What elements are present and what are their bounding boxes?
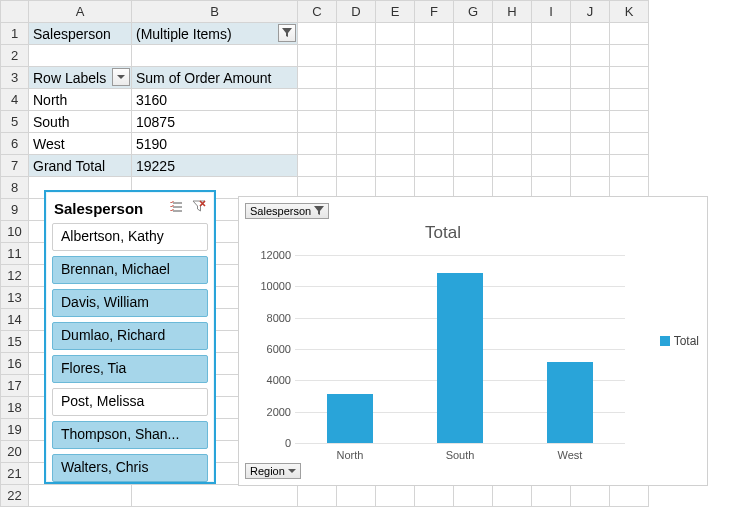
row-header-20[interactable]: 20	[1, 441, 29, 463]
cell-C22[interactable]	[298, 485, 337, 507]
cell-J6[interactable]	[571, 133, 610, 155]
cell-E6[interactable]	[376, 133, 415, 155]
cell-B4[interactable]: 3160	[132, 89, 298, 111]
cell-E3[interactable]	[376, 67, 415, 89]
cell-J2[interactable]	[571, 45, 610, 67]
chart-filter-button-salesperson[interactable]: Salesperson	[245, 203, 329, 219]
cell-G3[interactable]	[454, 67, 493, 89]
row-header-12[interactable]: 12	[1, 265, 29, 287]
rowlabels-dropdown-icon[interactable]	[112, 68, 130, 86]
column-header-G[interactable]: G	[454, 1, 493, 23]
cell-D5[interactable]	[337, 111, 376, 133]
slicer-item-4[interactable]: Flores, Tia	[52, 355, 208, 383]
cell-F22[interactable]	[415, 485, 454, 507]
cell-A22[interactable]	[29, 485, 132, 507]
row-header-9[interactable]: 9	[1, 199, 29, 221]
multi-select-icon[interactable]	[170, 200, 186, 217]
cell-H2[interactable]	[493, 45, 532, 67]
cell-A4[interactable]: North	[29, 89, 132, 111]
cell-C1[interactable]	[298, 23, 337, 45]
cell-D4[interactable]	[337, 89, 376, 111]
cell-G1[interactable]	[454, 23, 493, 45]
cell-C5[interactable]	[298, 111, 337, 133]
cell-B1[interactable]: (Multiple Items)	[132, 23, 298, 45]
cell-B2[interactable]	[132, 45, 298, 67]
cell-I6[interactable]	[532, 133, 571, 155]
cell-C2[interactable]	[298, 45, 337, 67]
cell-F6[interactable]	[415, 133, 454, 155]
cell-K7[interactable]	[610, 155, 649, 177]
slicer-item-2[interactable]: Davis, William	[52, 289, 208, 317]
column-header-I[interactable]: I	[532, 1, 571, 23]
cell-D1[interactable]	[337, 23, 376, 45]
cell-A7[interactable]: Grand Total	[29, 155, 132, 177]
filter-dropdown-icon[interactable]	[278, 24, 296, 42]
cell-I1[interactable]	[532, 23, 571, 45]
slicer-salesperson[interactable]: Salesperson Albertson, KathyBrennan, Mic…	[44, 190, 216, 484]
cell-F7[interactable]	[415, 155, 454, 177]
row-header-8[interactable]: 8	[1, 177, 29, 199]
cell-D7[interactable]	[337, 155, 376, 177]
column-header-H[interactable]: H	[493, 1, 532, 23]
column-header-B[interactable]: B	[132, 1, 298, 23]
column-header-E[interactable]: E	[376, 1, 415, 23]
cell-A5[interactable]: South	[29, 111, 132, 133]
slicer-item-1[interactable]: Brennan, Michael	[52, 256, 208, 284]
row-header-15[interactable]: 15	[1, 331, 29, 353]
cell-H3[interactable]	[493, 67, 532, 89]
cell-G22[interactable]	[454, 485, 493, 507]
row-header-1[interactable]: 1	[1, 23, 29, 45]
cell-F3[interactable]	[415, 67, 454, 89]
cell-E7[interactable]	[376, 155, 415, 177]
cell-J1[interactable]	[571, 23, 610, 45]
row-header-21[interactable]: 21	[1, 463, 29, 485]
cell-B7[interactable]: 19225	[132, 155, 298, 177]
cell-B22[interactable]	[132, 485, 298, 507]
cell-A2[interactable]	[29, 45, 132, 67]
column-header-K[interactable]: K	[610, 1, 649, 23]
bar-south[interactable]	[437, 273, 483, 443]
column-header-D[interactable]: D	[337, 1, 376, 23]
cell-H22[interactable]	[493, 485, 532, 507]
cell-C6[interactable]	[298, 133, 337, 155]
cell-F5[interactable]	[415, 111, 454, 133]
cell-I22[interactable]	[532, 485, 571, 507]
cell-D3[interactable]	[337, 67, 376, 89]
bar-north[interactable]	[327, 394, 373, 444]
bar-west[interactable]	[547, 362, 593, 443]
cell-G6[interactable]	[454, 133, 493, 155]
cell-D2[interactable]	[337, 45, 376, 67]
cell-A1[interactable]: Salesperson	[29, 23, 132, 45]
row-header-17[interactable]: 17	[1, 375, 29, 397]
cell-J5[interactable]	[571, 111, 610, 133]
cell-C3[interactable]	[298, 67, 337, 89]
cell-B5[interactable]: 10875	[132, 111, 298, 133]
row-header-22[interactable]: 22	[1, 485, 29, 507]
pivot-chart[interactable]: Salesperson Total 0200040006000800010000…	[238, 196, 708, 486]
row-header-2[interactable]: 2	[1, 45, 29, 67]
cell-J22[interactable]	[571, 485, 610, 507]
cell-I4[interactable]	[532, 89, 571, 111]
cell-F2[interactable]	[415, 45, 454, 67]
cell-K5[interactable]	[610, 111, 649, 133]
cell-E2[interactable]	[376, 45, 415, 67]
select-all-cell[interactable]	[1, 1, 29, 23]
row-header-19[interactable]: 19	[1, 419, 29, 441]
row-header-10[interactable]: 10	[1, 221, 29, 243]
cell-K4[interactable]	[610, 89, 649, 111]
column-header-J[interactable]: J	[571, 1, 610, 23]
slicer-item-6[interactable]: Thompson, Shan...	[52, 421, 208, 449]
row-header-16[interactable]: 16	[1, 353, 29, 375]
cell-G7[interactable]	[454, 155, 493, 177]
cell-I3[interactable]	[532, 67, 571, 89]
cell-F1[interactable]	[415, 23, 454, 45]
cell-I5[interactable]	[532, 111, 571, 133]
cell-I2[interactable]	[532, 45, 571, 67]
slicer-item-0[interactable]: Albertson, Kathy	[52, 223, 208, 251]
cell-J3[interactable]	[571, 67, 610, 89]
cell-E4[interactable]	[376, 89, 415, 111]
cell-A3[interactable]: Row Labels	[29, 67, 132, 89]
row-header-14[interactable]: 14	[1, 309, 29, 331]
slicer-item-7[interactable]: Walters, Chris	[52, 454, 208, 482]
row-header-13[interactable]: 13	[1, 287, 29, 309]
